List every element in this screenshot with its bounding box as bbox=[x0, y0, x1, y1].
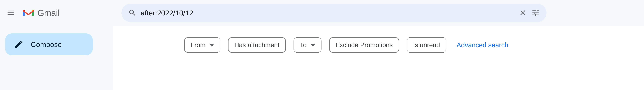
compose-label: Compose bbox=[31, 40, 62, 49]
chip-label: Is unread bbox=[413, 41, 440, 49]
filter-chip-from[interactable]: From bbox=[184, 37, 220, 53]
caret-down-icon bbox=[210, 44, 214, 47]
main-area: Compose From Has attachment To Exclude P… bbox=[0, 26, 644, 90]
close-icon bbox=[518, 9, 527, 17]
chip-label: Has attachment bbox=[234, 41, 280, 49]
compose-button[interactable]: Compose bbox=[5, 33, 93, 55]
filter-chip-exclude-promotions[interactable]: Exclude Promotions bbox=[329, 37, 399, 53]
gmail-m-icon bbox=[22, 8, 35, 18]
caret-down-icon bbox=[310, 44, 315, 47]
topbar: Gmail bbox=[0, 0, 644, 26]
chip-label: Exclude Promotions bbox=[336, 41, 393, 49]
search-icon bbox=[128, 9, 136, 17]
search-bar bbox=[122, 4, 546, 22]
sidebar: Compose bbox=[0, 26, 113, 90]
gmail-logo[interactable]: Gmail bbox=[22, 8, 60, 18]
tune-icon bbox=[532, 9, 540, 17]
pencil-icon bbox=[14, 40, 23, 49]
search-input[interactable] bbox=[138, 9, 517, 17]
chip-label: From bbox=[190, 41, 206, 49]
filter-chip-has-attachment[interactable]: Has attachment bbox=[228, 37, 286, 53]
chip-label: To bbox=[300, 41, 307, 49]
main-menu-button[interactable] bbox=[5, 7, 17, 19]
search-button[interactable] bbox=[126, 7, 138, 19]
filter-chip-is-unread[interactable]: Is unread bbox=[407, 37, 446, 53]
filter-chip-to[interactable]: To bbox=[294, 37, 322, 53]
clear-search-button[interactable] bbox=[517, 7, 528, 19]
filter-chips: From Has attachment To Exclude Promotion… bbox=[113, 26, 644, 53]
advanced-search-link[interactable]: Advanced search bbox=[456, 41, 508, 49]
gmail-logo-text: Gmail bbox=[37, 8, 60, 18]
search-options-button[interactable] bbox=[530, 7, 541, 19]
hamburger-icon bbox=[6, 8, 16, 17]
